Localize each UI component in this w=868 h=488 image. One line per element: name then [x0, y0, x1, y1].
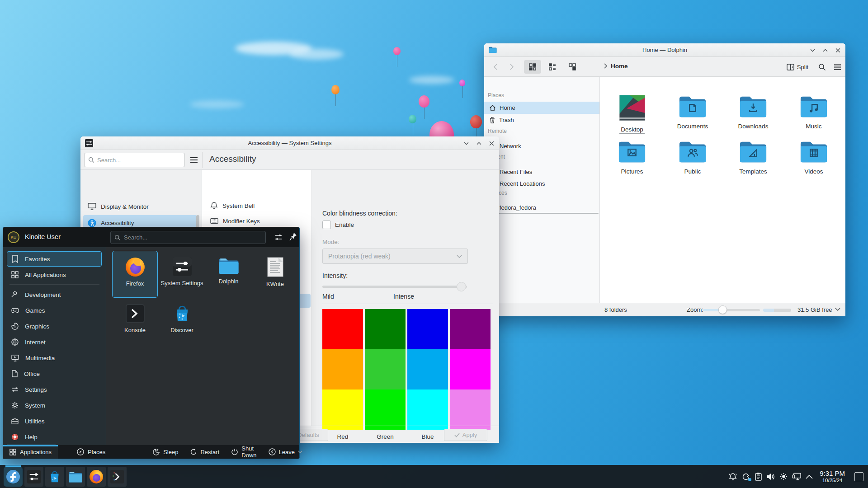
category-favorites[interactable]: Favorites [7, 251, 102, 267]
category-help[interactable]: Help [7, 429, 102, 445]
place-recent-locations[interactable]: Recent Locations [484, 178, 599, 190]
task-firefox[interactable] [87, 467, 106, 487]
avatar[interactable]: KU [8, 231, 19, 243]
folder-documents[interactable]: Documents [668, 95, 717, 130]
tree-view-button[interactable] [564, 60, 581, 74]
folder-pictures[interactable]: Pictures [607, 140, 657, 175]
folder-downloads[interactable]: Downloads [728, 95, 778, 130]
place-recent-files[interactable]: Recent Files [484, 166, 599, 178]
cloud [409, 76, 454, 84]
category-utilities[interactable]: Utilities [7, 413, 102, 429]
clock[interactable]: 9:31 PM 10/25/24 [820, 469, 845, 483]
app-konsole[interactable]: Konsole [112, 298, 158, 345]
category-office[interactable]: Office [7, 366, 102, 381]
back-button[interactable] [490, 60, 502, 74]
restart-button[interactable]: Restart [190, 448, 219, 455]
shutdown-button[interactable]: Shut Down [231, 445, 256, 459]
search-input[interactable] [97, 157, 170, 164]
sidebar-item-display-monitor[interactable]: Display & Monitor [83, 199, 197, 214]
category-internet[interactable]: Internet [7, 334, 102, 350]
app-dolphin[interactable]: Dolphin [206, 251, 251, 298]
category-multimedia[interactable]: Multimedia [7, 350, 102, 366]
place-fedora-fedora[interactable]: fedora_fedora [484, 202, 599, 214]
expand-tray-icon[interactable] [806, 474, 813, 479]
hamburger-menu-icon[interactable] [190, 157, 198, 163]
category-settings[interactable]: Settings [7, 382, 102, 397]
zoom-slider-track[interactable] [703, 309, 760, 311]
app-kwrite[interactable]: KWrite [252, 251, 298, 298]
dolphin-titlebar[interactable]: Home — Dolphin [484, 43, 845, 57]
color-swatch [450, 309, 491, 349]
enable-label[interactable]: Enable [335, 221, 354, 228]
minimize-button[interactable] [462, 139, 470, 147]
updates-icon[interactable] [741, 472, 750, 481]
leave-icon [269, 448, 276, 455]
category-development[interactable]: Development [7, 287, 102, 302]
maximize-button[interactable] [821, 46, 829, 54]
icons-view-button[interactable] [524, 60, 541, 74]
network-icon[interactable] [792, 472, 802, 481]
color-swatch [450, 349, 491, 389]
configure-icon[interactable] [274, 233, 283, 241]
task-dolphin[interactable] [66, 467, 85, 487]
task-system-settings[interactable] [24, 467, 43, 487]
color-swatch [365, 309, 406, 349]
close-button[interactable] [487, 139, 495, 147]
folder-public[interactable]: Public [668, 140, 717, 175]
place-trash[interactable]: Trash [484, 114, 599, 126]
place-network[interactable]: Network [484, 140, 599, 152]
leave-button[interactable]: Leave [269, 448, 302, 455]
folder-desktop[interactable]: Desktop [607, 95, 657, 134]
breadcrumb[interactable]: Home [611, 63, 628, 70]
dolphin-folder-view[interactable]: Desktop Documents Downloads Music Pictur… [600, 77, 845, 303]
hamburger-menu-icon[interactable] [830, 60, 844, 74]
split-button[interactable]: Split [783, 60, 811, 74]
app-system-settings[interactable]: System Settings [159, 251, 205, 298]
documents-folder-icon [679, 95, 707, 117]
system-settings-titlebar[interactable]: Accessibility — System Settings [80, 136, 499, 150]
clipboard-icon[interactable] [755, 472, 762, 481]
night-color-icon[interactable] [779, 472, 788, 481]
category-system[interactable]: System [7, 398, 102, 413]
category-games[interactable]: Games [7, 303, 102, 318]
details-view-button[interactable] [544, 60, 561, 74]
launcher-search-input[interactable] [124, 234, 237, 241]
minimize-button[interactable] [808, 46, 816, 54]
forward-button[interactable] [505, 60, 518, 74]
settings-search-field[interactable] [84, 153, 185, 167]
module-modifier-keys[interactable]: Modifier Keys [202, 213, 310, 229]
launcher-search-field[interactable] [110, 231, 266, 244]
folder-templates[interactable]: Templates [728, 140, 778, 175]
intensity-slider-handle[interactable] [457, 282, 466, 291]
close-button[interactable] [834, 46, 842, 54]
volume-icon[interactable] [766, 473, 775, 481]
category-all-applications[interactable]: All Applications [7, 267, 102, 282]
pin-icon[interactable] [289, 232, 297, 241]
folder-videos[interactable]: Videos [789, 140, 839, 175]
task-discover[interactable] [45, 467, 64, 487]
module-system-bell[interactable]: System Bell [202, 198, 310, 213]
tab-applications[interactable]: Applications [3, 445, 58, 459]
mode-dropdown[interactable]: Protanopia (red weak) [322, 249, 468, 264]
taskbar-launcher-button[interactable] [4, 467, 23, 487]
sleep-button[interactable]: Sleep [152, 448, 178, 456]
intensity-slider-track[interactable] [322, 286, 467, 288]
place-home[interactable]: Home [484, 102, 599, 114]
tab-places[interactable]: Places [71, 445, 112, 459]
statusbar-chevron-down-icon[interactable] [835, 308, 840, 311]
maximize-button[interactable] [475, 139, 483, 147]
apply-button[interactable]: Apply [444, 429, 487, 441]
search-icon[interactable] [815, 60, 829, 74]
notifications-icon[interactable] [728, 472, 737, 481]
task-konsole[interactable] [108, 467, 127, 487]
zoom-slider-handle[interactable] [718, 305, 727, 314]
app-discover[interactable]: Discover [159, 298, 205, 345]
folder-music[interactable]: Music [789, 95, 839, 130]
games-icon [11, 308, 19, 313]
downloads-folder-icon [739, 95, 767, 117]
templates-folder-icon [739, 140, 767, 163]
category-graphics[interactable]: Graphics [7, 319, 102, 334]
peek-desktop-button[interactable] [854, 472, 863, 481]
enable-checkbox[interactable] [322, 221, 331, 229]
app-firefox[interactable]: Firefox [112, 251, 158, 298]
